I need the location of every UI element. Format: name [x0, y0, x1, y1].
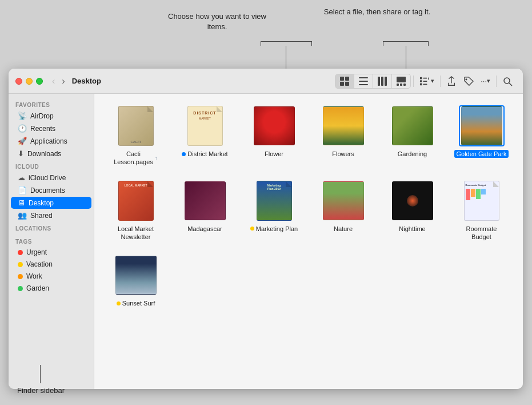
file-thumb-gardening	[390, 105, 435, 146]
file-name-madagascar: Madagascar	[187, 225, 222, 233]
search-icon	[502, 76, 513, 86]
file-item-nighttime[interactable]: Nighttime	[380, 178, 445, 244]
file-item-district-market[interactable]: DISTRICT MARKET District Market	[173, 103, 237, 169]
svg-rect-12	[400, 84, 402, 86]
sidebar-item-work[interactable]: Work	[11, 271, 91, 282]
sidebar-item-applications-label: Applications	[30, 137, 67, 145]
file-thumb-flowers	[321, 105, 366, 146]
file-item-flower[interactable]: Flower	[242, 103, 306, 169]
file-name-sunset-surf: Sunset Surf	[122, 299, 155, 307]
file-item-madagascar[interactable]: Madagascar	[173, 178, 237, 244]
gallery-view-button[interactable]	[392, 74, 410, 88]
content-area: Favorites 📡 AirDrop 🕐 Recents 🚀 Applicat…	[9, 94, 523, 389]
file-item-local-market[interactable]: LOCAL MARKET Local MarketNewsletter	[103, 178, 168, 244]
file-thumb-flower	[251, 105, 297, 146]
file-thumb-local-market: LOCAL MARKET	[113, 180, 159, 221]
file-item-gardening[interactable]: Gardening	[380, 103, 445, 169]
callout-share-tag-text: Select a file, then share or tag it.	[324, 7, 430, 16]
finder-window: ‹ › Desktop	[9, 69, 523, 389]
svg-point-21	[466, 78, 467, 80]
file-thumb-madagascar	[182, 180, 228, 221]
file-item-cacti[interactable]: CACTI CactiLesson.pages ↑	[103, 103, 168, 169]
file-name-golden-gate-park: Golden Gate Park	[454, 150, 508, 158]
sidebar-item-garden[interactable]: Garden	[11, 283, 91, 294]
svg-marker-20	[428, 77, 429, 80]
share-button[interactable]	[443, 74, 460, 89]
file-name-flowers: Flowers	[332, 150, 354, 158]
group-icon	[419, 76, 430, 86]
file-name-wrapper-local-market: Local MarketNewsletter	[118, 225, 154, 241]
list-view-button[interactable]	[354, 74, 373, 88]
file-item-marketing-plan[interactable]: MarketingPlan 2019 Marketing Plan	[242, 178, 306, 244]
sidebar-item-urgent-label: Urgent	[26, 248, 47, 256]
file-thumb-cacti: CACTI	[113, 105, 159, 146]
desktop-icon: 🖥	[18, 198, 25, 207]
callout1-line	[286, 46, 286, 70]
svg-rect-9	[385, 77, 387, 86]
marketing-plan-dot	[250, 227, 254, 231]
file-thumb-nature	[321, 180, 366, 221]
svg-rect-19	[423, 84, 427, 85]
sidebar-item-urgent[interactable]: Urgent	[11, 247, 91, 258]
group-label: ▾	[431, 77, 434, 85]
minimize-button[interactable]	[26, 78, 33, 85]
file-name-local-market: Local MarketNewsletter	[118, 225, 154, 241]
file-thumb-marketing-plan: MarketingPlan 2019	[251, 180, 297, 221]
toolbar-separator-1	[413, 76, 414, 87]
garden-dot	[18, 286, 23, 291]
group-button[interactable]: ▾	[416, 74, 438, 89]
file-name-wrapper-roommate-budget: RoommateBudget	[466, 225, 497, 241]
file-item-sunset-surf[interactable]: Sunset Surf	[103, 252, 168, 309]
sidebar-item-icloud-drive[interactable]: ☁ iCloud Drive	[11, 172, 91, 184]
view-group	[335, 74, 411, 89]
file-item-flowers[interactable]: Flowers	[311, 103, 375, 169]
more-button[interactable]: ··· ▾	[477, 74, 494, 88]
forward-button[interactable]: ›	[59, 75, 67, 88]
toolbar-separator-3	[496, 76, 497, 87]
svg-rect-10	[397, 77, 406, 82]
svg-rect-4	[359, 77, 368, 78]
sidebar-item-recents[interactable]: 🕐 Recents	[11, 122, 91, 134]
file-name-wrapper-district-market: District Market	[182, 150, 227, 158]
column-view-button[interactable]	[373, 74, 392, 88]
svg-rect-3	[345, 82, 349, 86]
svg-rect-0	[340, 77, 344, 81]
file-item-roommate-budget[interactable]: Roommate Budget RoommateBudg	[449, 178, 514, 244]
search-button[interactable]	[499, 74, 516, 89]
file-name-wrapper-cacti: CactiLesson.pages ↑	[114, 150, 158, 166]
file-name-marketing-plan: Marketing Plan	[256, 225, 298, 233]
sidebar-item-downloads[interactable]: ⬇ Downloads	[11, 148, 91, 160]
vacation-dot	[18, 262, 23, 267]
more-chevron: ▾	[487, 77, 490, 85]
sidebar-item-vacation[interactable]: Vacation	[11, 259, 91, 270]
file-name-wrapper-nighttime: Nighttime	[399, 225, 425, 233]
svg-rect-14	[420, 77, 422, 79]
callout2-bracket	[383, 41, 429, 46]
sidebar-tags-label: Tags	[9, 235, 94, 246]
icon-view-button[interactable]	[335, 74, 354, 88]
sidebar-item-shared[interactable]: 👥 Shared	[11, 209, 91, 221]
file-grid: CACTI CactiLesson.pages ↑ DISTRICT	[103, 103, 514, 309]
maximize-button[interactable]	[36, 78, 43, 85]
share-icon	[446, 76, 457, 86]
sidebar-item-desktop[interactable]: 🖥 Desktop	[11, 197, 91, 209]
file-item-nature[interactable]: Nature	[311, 178, 375, 244]
tag-button[interactable]	[460, 74, 477, 89]
file-item-golden-gate-park[interactable]: Golden Gate Park	[449, 103, 514, 169]
file-name-wrapper-marketing-plan: Marketing Plan	[250, 225, 298, 233]
tag-icon	[463, 76, 474, 86]
sidebar-item-garden-label: Garden	[26, 284, 49, 292]
documents-icon: 📄	[18, 186, 27, 194]
window-title: Desktop	[72, 77, 335, 85]
sidebar-item-airdrop[interactable]: 📡 AirDrop	[11, 110, 91, 122]
file-thumb-district-market: DISTRICT MARKET	[182, 105, 228, 146]
sidebar-item-documents[interactable]: 📄 Documents	[11, 184, 91, 196]
file-name-nature: Nature	[334, 225, 353, 233]
back-button[interactable]: ‹	[50, 75, 57, 88]
callout-share-tag: Select a file, then share or tag it.	[320, 7, 434, 17]
list-view-icon	[358, 76, 369, 86]
sidebar-item-applications[interactable]: 🚀 Applications	[11, 135, 91, 147]
close-button[interactable]	[15, 78, 22, 85]
callout-view-items: Choose how you want to view items.	[160, 11, 274, 32]
file-name-wrapper-flower: Flower	[265, 150, 283, 158]
